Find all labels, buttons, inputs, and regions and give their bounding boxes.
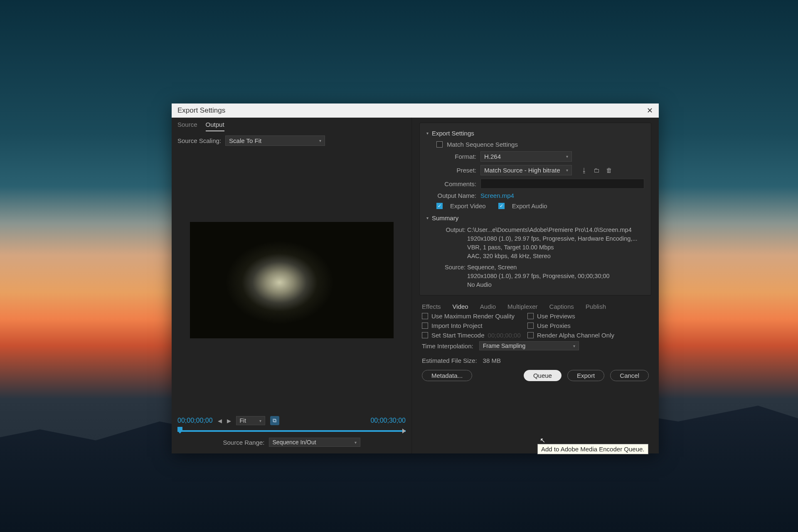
delete-preset-icon[interactable]: 🗑 [605,167,613,174]
aspect-ratio-icon[interactable]: ⧉ [270,416,279,425]
dialog-title: Export Settings [177,106,225,115]
use-previews-label: Use Previews [537,313,575,320]
tab-publish[interactable]: Publish [586,303,606,310]
output-name-label: Output Name: [426,192,476,199]
cancel-button[interactable]: Cancel [610,370,649,381]
source-scaling-dropdown[interactable]: Scale To Fit ▾ [225,135,325,146]
time-interpolation-value: Frame Sampling [483,342,526,349]
match-sequence-checkbox[interactable] [436,141,443,148]
export-audio-checkbox[interactable]: ✓ [498,203,505,209]
twisty-expanded-icon[interactable]: ▾ [426,216,429,220]
next-frame-icon[interactable]: ▶ [227,418,231,424]
import-preset-icon[interactable]: 🗀 [593,167,600,174]
tab-captions[interactable]: Captions [549,303,574,310]
render-alpha-checkbox[interactable] [527,332,534,338]
tab-audio[interactable]: Audio [480,303,496,310]
preset-value: Match Source - High bitrate [484,167,560,174]
chevron-down-icon: ▾ [355,440,357,445]
tab-output[interactable]: Output [206,121,224,131]
start-timecode-value[interactable]: 00;00;00;00 [488,332,521,339]
comments-input[interactable] [480,179,644,189]
tab-multiplexer[interactable]: Multiplexer [507,303,538,310]
settings-panel: ▾ Export Settings Match Sequence Setting… [412,118,659,453]
match-sequence-label: Match Sequence Settings [447,141,518,148]
chevron-down-icon: ▾ [319,138,321,143]
use-previews-checkbox[interactable] [527,313,534,319]
chevron-down-icon: ▾ [259,419,261,423]
source-range-value: Sequence In/Out [273,439,316,446]
close-icon[interactable]: ✕ [646,107,653,114]
metadata-button[interactable]: Metadata... [422,370,472,381]
timeline-controls: 00;00;00;00 ◀ ▶ Fit ▾ ⧉ 00;00;30;00 Sour… [172,412,411,453]
summary-source-label: Source: [436,263,466,272]
video-preview-frame[interactable] [190,222,394,338]
use-proxies-label: Use Proxies [537,322,571,329]
set-start-timecode-label: Set Start Timecode [431,332,485,339]
use-max-render-checkbox[interactable] [422,313,428,319]
summary-output-label: Output: [436,226,466,234]
export-audio-label: Export Audio [512,202,547,209]
queue-tooltip: Add to Adobe Media Encoder Queue. [537,444,648,454]
queue-button[interactable]: Queue [524,370,562,381]
output-name-link[interactable]: Screen.mp4 [480,192,514,199]
source-range-label: Source Range: [223,439,264,446]
import-into-project-checkbox[interactable] [422,323,428,329]
time-interpolation-dropdown[interactable]: Frame Sampling ▾ [479,341,579,350]
tab-video[interactable]: Video [453,303,468,310]
video-preview-area [172,148,411,412]
encoder-tabs: Effects Video Audio Multiplexer Captions… [419,302,651,310]
format-label: Format: [426,153,476,160]
prev-frame-icon[interactable]: ◀ [218,418,222,424]
chevron-down-icon: ▾ [573,344,575,348]
preview-panel: Source Output Source Scaling: Scale To F… [172,118,412,453]
save-preset-icon[interactable]: ⭳ [580,167,588,174]
export-video-checkbox[interactable]: ✓ [436,203,443,209]
tab-source[interactable]: Source [177,121,197,131]
preview-tabs: Source Output [172,118,411,131]
import-into-project-label: Import Into Project [431,322,483,329]
export-button[interactable]: Export [567,370,604,381]
source-scaling-value: Scale To Fit [229,137,261,144]
export-settings-dialog: Export Settings ✕ Source Output Source S… [172,103,659,453]
mouse-cursor-icon: ↖ [540,436,545,444]
estimated-size-label: Estimated File Size: [422,357,477,364]
source-range-dropdown[interactable]: Sequence In/Out ▾ [269,438,360,447]
chevron-down-icon: ▾ [566,168,568,172]
tab-effects[interactable]: Effects [422,303,441,310]
use-max-render-label: Use Maximum Render Quality [431,313,515,320]
summary-source-text: Sequence, Screen 1920x1080 (1.0), 29.97 … [467,263,642,289]
preset-dropdown[interactable]: Match Source - High bitrate ▾ [480,165,572,175]
export-video-label: Export Video [450,202,486,209]
chevron-down-icon: ▾ [566,154,568,159]
zoom-fit-dropdown[interactable]: Fit ▾ [236,416,265,425]
dialog-titlebar[interactable]: Export Settings ✕ [172,103,659,118]
render-alpha-label: Render Alpha Channel Only [537,332,614,339]
set-start-timecode-checkbox[interactable] [422,332,428,338]
use-proxies-checkbox[interactable] [527,323,534,329]
timecode-end[interactable]: 00;00;30;00 [370,417,406,424]
source-scaling-label: Source Scaling: [177,137,221,144]
twisty-expanded-icon[interactable]: ▾ [426,131,429,135]
comments-label: Comments: [426,180,476,187]
preset-label: Preset: [426,167,476,174]
format-dropdown[interactable]: H.264 ▾ [480,151,572,162]
format-value: H.264 [484,153,501,160]
zoom-fit-value: Fit [240,417,246,424]
time-interpolation-label: Time Interpolation: [422,342,473,350]
estimated-size-value: 38 MB [483,357,501,364]
export-settings-header: Export Settings [432,130,474,137]
timecode-start[interactable]: 00;00;00;00 [177,417,213,424]
out-point-icon[interactable] [402,429,406,433]
summary-header: Summary [432,214,458,222]
timeline-scrubber[interactable] [177,430,406,432]
summary-output-text: C:\User...e\Documents\Adobe\Premiere Pro… [467,226,642,261]
